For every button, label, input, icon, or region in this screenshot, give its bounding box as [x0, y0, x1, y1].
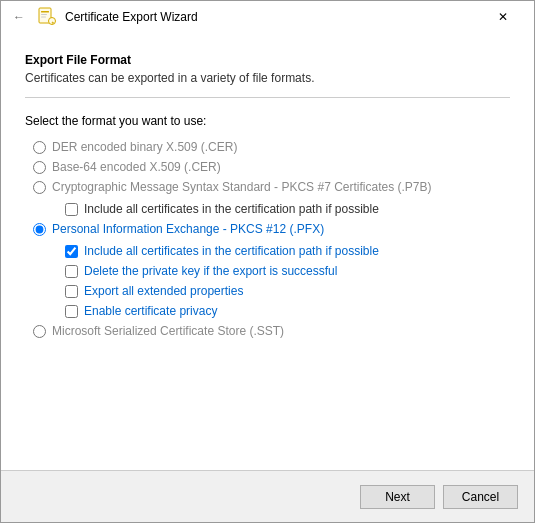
- pfx-extended-checkbox[interactable]: [65, 285, 78, 298]
- format-der-label[interactable]: DER encoded binary X.509 (.CER): [52, 140, 237, 154]
- dialog-title: Certificate Export Wizard: [65, 10, 198, 24]
- pkcs7-include-label[interactable]: Include all certificates in the certific…: [84, 202, 379, 216]
- format-base64-label[interactable]: Base-64 encoded X.509 (.CER): [52, 160, 221, 174]
- format-pfx-item: Personal Information Exchange - PKCS #12…: [33, 222, 510, 236]
- pfx-include-label[interactable]: Include all certificates in the certific…: [84, 244, 379, 258]
- certificate-export-wizard-dialog: ← ★ Certificate Export Wizard ✕ Export F…: [0, 0, 535, 523]
- svg-text:★: ★: [51, 20, 55, 25]
- section-header: Export File Format: [25, 53, 510, 67]
- format-base64-item: Base-64 encoded X.509 (.CER): [33, 160, 510, 174]
- title-bar: ← ★ Certificate Export Wizard ✕: [1, 1, 534, 33]
- format-sst-radio[interactable]: [33, 325, 46, 338]
- format-der-radio[interactable]: [33, 141, 46, 154]
- svg-rect-3: [41, 17, 46, 18]
- dialog-footer: Next Cancel: [1, 470, 534, 522]
- format-pfx-radio[interactable]: [33, 223, 46, 236]
- pfx-delete-label[interactable]: Delete the private key if the export is …: [84, 264, 337, 278]
- pfx-extended-label[interactable]: Export all extended properties: [84, 284, 243, 298]
- format-sst-label[interactable]: Microsoft Serialized Certificate Store (…: [52, 324, 284, 338]
- pkcs7-include-item: Include all certificates in the certific…: [65, 202, 510, 216]
- pfx-privacy-label[interactable]: Enable certificate privacy: [84, 304, 217, 318]
- next-button[interactable]: Next: [360, 485, 435, 509]
- certificate-icon: ★: [37, 7, 57, 27]
- cancel-button[interactable]: Cancel: [443, 485, 518, 509]
- format-der-item: DER encoded binary X.509 (.CER): [33, 140, 510, 154]
- pfx-indent: Include all certificates in the certific…: [33, 244, 510, 318]
- format-base64-radio[interactable]: [33, 161, 46, 174]
- pfx-delete-item: Delete the private key if the export is …: [65, 264, 510, 278]
- pfx-privacy-item: Enable certificate privacy: [65, 304, 510, 318]
- svg-rect-2: [41, 14, 47, 15]
- pkcs7-include-checkbox[interactable]: [65, 203, 78, 216]
- format-question: Select the format you want to use:: [25, 114, 510, 128]
- format-pfx-label[interactable]: Personal Information Exchange - PKCS #12…: [52, 222, 324, 236]
- back-button[interactable]: ←: [9, 7, 29, 27]
- pfx-include-checkbox[interactable]: [65, 245, 78, 258]
- format-radio-group: DER encoded binary X.509 (.CER) Base-64 …: [25, 140, 510, 338]
- divider: [25, 97, 510, 98]
- section-desc: Certificates can be exported in a variet…: [25, 71, 510, 85]
- pfx-delete-checkbox[interactable]: [65, 265, 78, 278]
- pfx-extended-item: Export all extended properties: [65, 284, 510, 298]
- format-pkcs7-label[interactable]: Cryptographic Message Syntax Standard - …: [52, 180, 432, 194]
- close-button[interactable]: ✕: [480, 1, 526, 33]
- format-sst-item: Microsoft Serialized Certificate Store (…: [33, 324, 510, 338]
- title-bar-left: ← ★ Certificate Export Wizard: [9, 7, 480, 27]
- content-area: Export File Format Certificates can be e…: [1, 33, 534, 470]
- pfx-include-item: Include all certificates in the certific…: [65, 244, 510, 258]
- pfx-privacy-checkbox[interactable]: [65, 305, 78, 318]
- format-pkcs7-item: Cryptographic Message Syntax Standard - …: [33, 180, 510, 194]
- pkcs7-indent: Include all certificates in the certific…: [33, 202, 510, 216]
- svg-rect-1: [41, 11, 49, 13]
- format-pkcs7-radio[interactable]: [33, 181, 46, 194]
